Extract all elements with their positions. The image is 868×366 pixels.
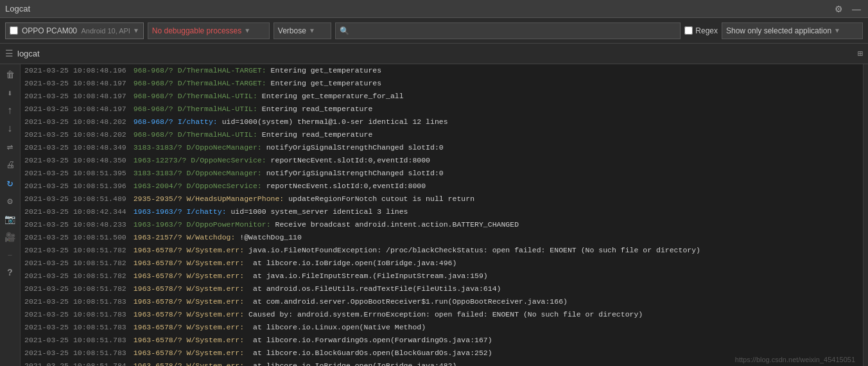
log-pid: 1963-6578/? W/System.err: (129, 335, 244, 346)
log-msg: Entering read_temperature (257, 129, 372, 141)
log-timestamp: 2021-03-25 10:08:51.783 (24, 335, 126, 346)
log-msg: at com.android.server.OppoBootReceiver$1… (244, 296, 568, 308)
search-icon: 🔍 (340, 26, 349, 35)
log-pid: 1963-6578/? W/System.err: (129, 309, 244, 320)
log-msg: at android.os.FileUtils.readTextFile(Fil… (244, 283, 501, 295)
log-entry: 2021-03-25 10:08:51.783 1963-6578/? W/Sy… (21, 308, 863, 321)
scroll-end-icon[interactable]: ⬇ (1, 85, 19, 101)
hamburger-icon[interactable]: ☰ (5, 48, 13, 59)
log-pid: 1963-6578/? W/System.err: (129, 360, 244, 366)
log-timestamp: 2021-03-25 10:08:48.202 (24, 116, 126, 128)
help-icon[interactable]: ? (1, 265, 19, 281)
log-timestamp: 2021-03-25 10:08:51.500 (24, 232, 126, 243)
log-msg: at libcore.io.Linux.open(Native Method) (244, 322, 426, 333)
log-entry: 2021-03-25 10:08:48.196 968-968/? D/Ther… (21, 64, 863, 77)
log-pid: 1963-2157/? W/Watchdog: (129, 232, 236, 243)
device-checkbox[interactable] (10, 26, 18, 35)
logcat-label: logcat (17, 49, 40, 58)
log-pid: 1963-6578/? W/System.err: (129, 270, 244, 282)
restart-icon[interactable]: ↻ (1, 175, 19, 191)
title-bar-right: ⚙ — (832, 3, 863, 15)
log-entry: 2021-03-25 10:08:51.396 1963-2004/? D/Op… (21, 180, 863, 193)
regex-label[interactable]: Regex (684, 26, 718, 35)
log-entry: 2021-03-25 10:08:51.783 1963-6578/? W/Sy… (21, 321, 863, 334)
divider-icon: — (1, 247, 19, 263)
log-timestamp: 2021-03-25 10:08:51.396 (24, 180, 126, 192)
log-timestamp: 2021-03-25 10:08:51.782 (24, 270, 126, 282)
log-timestamp: 2021-03-25 10:08:48.197 (24, 91, 126, 102)
log-entry: 2021-03-25 10:08:48.197 968-968/? D/Ther… (21, 90, 863, 103)
log-pid: 968-968/? D/ThermalHAL-UTIL: (129, 91, 257, 102)
logcat-bar: ☰ logcat ⊞ (0, 44, 868, 64)
log-entry: 2021-03-25 10:08:48.202 968-968/? D/Ther… (21, 128, 863, 141)
log-level-dropdown[interactable]: Verbose ▼ (273, 22, 331, 39)
log-pid: 968-968/? I/chatty: (129, 116, 218, 128)
log-entry: 2021-03-25 10:08:51.500 1963-2157/? W/Wa… (21, 231, 863, 244)
logcat-bar-left: ☰ logcat (5, 48, 853, 59)
log-msg: notifyOrigSignalStrengthChanged slotId:0 (262, 168, 444, 179)
scroll-up-icon[interactable]: ↑ (1, 103, 19, 119)
log-entry: 2021-03-25 10:08:51.395 3183-3183/? D/Op… (21, 167, 863, 180)
video-sidebar-icon[interactable]: 🎥 (1, 229, 19, 245)
log-entry: 2021-03-25 10:08:51.782 1963-6578/? W/Sy… (21, 244, 863, 257)
log-msg: at java.io.FileInputStream.(FileInputStr… (244, 270, 488, 282)
main-content: 🗑 ⬇ ↑ ↓ ⇌ 🖨 ↻ ⚙ 📷 🎥 — ? 2021-03-25 10:08… (0, 64, 868, 366)
log-pid: 1963-6578/? W/System.err: (129, 257, 244, 269)
minimize-btn[interactable]: — (850, 3, 863, 15)
log-entry: 2021-03-25 10:08:48.197 968-968/? D/Ther… (21, 103, 863, 116)
settings-sidebar-icon[interactable]: ⚙ (1, 193, 19, 209)
log-pid: 968-968/? D/ThermalHAL-TARGET: (129, 65, 266, 76)
clear-logcat-icon[interactable]: 🗑 (1, 67, 19, 83)
log-timestamp: 2021-03-25 10:08:51.782 (24, 283, 126, 295)
grid-layout-icon[interactable]: ⊞ (858, 48, 863, 59)
log-msg: updateRegionForNotch cutout is null retu… (284, 193, 474, 205)
print-icon[interactable]: 🖨 (1, 157, 19, 173)
log-entry: 2021-03-25 10:08:48.350 1963-12273/? D/O… (21, 154, 863, 167)
log-pid: 968-968/? D/ThermalHAL-UTIL: (129, 129, 257, 141)
camera-sidebar-icon[interactable]: 📷 (1, 211, 19, 227)
search-box[interactable]: 🔍 (335, 22, 681, 39)
log-timestamp: 2021-03-25 10:08:48.350 (24, 155, 126, 166)
scroll-down-icon[interactable]: ↓ (1, 121, 19, 137)
log-pid: 1963-6578/? W/System.err: (129, 347, 244, 359)
log-timestamp: 2021-03-25 10:08:51.489 (24, 193, 126, 205)
log-timestamp: 2021-03-25 10:08:51.783 (24, 322, 126, 333)
log-msg: Entering read_temperature (257, 103, 372, 115)
regex-checkbox[interactable] (684, 26, 693, 35)
process-dropdown[interactable]: No debuggable processes ▼ (148, 22, 270, 39)
log-timestamp: 2021-03-25 10:08:51.784 (24, 360, 126, 366)
log-level-label: Verbose (278, 26, 306, 35)
log-timestamp: 2021-03-25 10:08:42.344 (24, 206, 126, 218)
log-timestamp: 2021-03-25 10:08:48.202 (24, 129, 126, 141)
device-dropdown[interactable]: OPPO PCAM00 Android 10, API ▼ (5, 22, 144, 39)
wrap-icon[interactable]: ⇌ (1, 139, 19, 155)
title-bar: Logcat ⚙ — (0, 0, 868, 18)
log-timestamp: 2021-03-25 10:08:48.233 (24, 219, 126, 231)
log-msg: notifyOrigSignalStrengthChanged slotId:0 (262, 142, 444, 153)
log-msg: java.io.FileNotFoundException: /proc/bla… (244, 245, 700, 256)
right-scrollbar[interactable] (863, 64, 868, 366)
app-title: Logcat (5, 4, 30, 13)
settings-title-btn[interactable]: ⚙ (832, 3, 845, 15)
device-label: OPPO PCAM00 (22, 26, 77, 35)
log-msg: Caused by: android.system.ErrnoException… (244, 309, 643, 320)
log-entry: 2021-03-25 10:08:48.202 968-968/? I/chat… (21, 116, 863, 128)
log-entry: 2021-03-25 10:08:42.344 1963-1963/? I/ch… (21, 205, 863, 218)
log-timestamp: 2021-03-25 10:08:48.196 (24, 65, 126, 76)
toolbar: OPPO PCAM00 Android 10, API ▼ No debugga… (0, 18, 868, 44)
log-area[interactable]: 2021-03-25 10:08:48.196 968-968/? D/Ther… (21, 64, 863, 366)
log-level-arrow-icon: ▼ (309, 27, 315, 34)
log-entry: 2021-03-25 10:08:51.783 1963-6578/? W/Sy… (21, 334, 863, 347)
logcat-bar-right: ⊞ (858, 48, 863, 59)
log-timestamp: 2021-03-25 10:08:51.782 (24, 257, 126, 269)
search-input[interactable] (352, 26, 676, 35)
log-timestamp: 2021-03-25 10:08:48.349 (24, 142, 126, 153)
log-entry: 2021-03-25 10:08:48.197 968-968/? D/Ther… (21, 77, 863, 90)
log-pid: 1963-1963/? I/chatty: (129, 206, 227, 218)
title-bar-left: Logcat (5, 4, 30, 13)
log-msg: reportNecEvent.slotId:0,eventId:8000 (266, 155, 430, 166)
show-selected-dropdown[interactable]: Show only selected application ▼ (722, 22, 863, 39)
log-timestamp: 2021-03-25 10:08:48.197 (24, 103, 126, 115)
log-timestamp: 2021-03-25 10:08:51.782 (24, 245, 126, 256)
log-pid: 2935-2935/? W/HeadsUpManagerPhone: (129, 193, 284, 205)
